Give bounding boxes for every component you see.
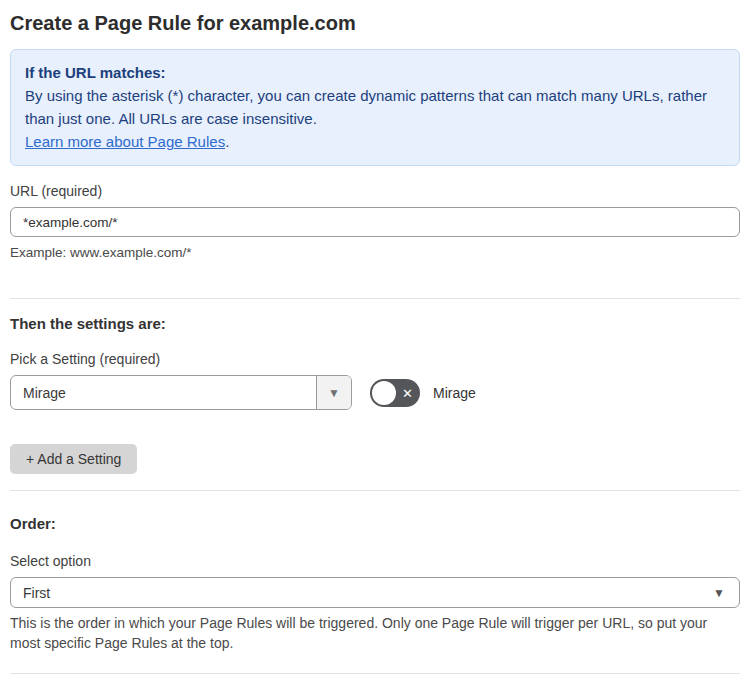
- page-title: Create a Page Rule for example.com: [10, 10, 740, 36]
- order-select[interactable]: First ▼: [10, 577, 740, 608]
- url-example-text: Example: www.example.com/*: [10, 243, 740, 262]
- order-help-text: This is the order in which your Page Rul…: [10, 613, 730, 653]
- url-match-info-box: If the URL matches: By using the asteris…: [10, 49, 740, 166]
- order-select-value: First: [23, 585, 50, 601]
- info-box-body: By using the asterisk (*) character, you…: [25, 84, 715, 130]
- toggle-off-x-icon: ✕: [402, 386, 413, 399]
- setting-dropdown-value: Mirage: [11, 376, 316, 409]
- url-input[interactable]: [10, 207, 740, 237]
- info-box-link-line: Learn more about Page Rules.: [25, 130, 725, 153]
- settings-section-heading: Then the settings are:: [10, 315, 740, 333]
- link-period: .: [225, 133, 229, 150]
- create-page-rule-form: Create a Page Rule for example.com If th…: [0, 0, 750, 684]
- pick-setting-label: Pick a Setting (required): [10, 351, 740, 368]
- mirage-toggle[interactable]: ✕: [370, 379, 420, 407]
- chevron-down-icon: ▼: [713, 586, 725, 600]
- setting-dropdown[interactable]: Mirage ▼: [10, 375, 352, 410]
- add-setting-button[interactable]: + Add a Setting: [10, 444, 137, 474]
- order-section-heading: Order:: [10, 515, 740, 533]
- setting-row: Mirage ▼ ✕ Mirage: [10, 375, 740, 410]
- info-box-heading: If the URL matches:: [25, 61, 725, 84]
- dropdown-caret-button[interactable]: ▼: [316, 376, 351, 409]
- learn-more-link[interactable]: Learn more about Page Rules: [25, 133, 225, 150]
- select-option-label: Select option: [10, 553, 740, 570]
- url-field-label: URL (required): [10, 183, 740, 200]
- chevron-down-icon: ▼: [328, 386, 340, 400]
- toggle-knob: [372, 381, 396, 405]
- toggle-label: Mirage: [433, 385, 476, 401]
